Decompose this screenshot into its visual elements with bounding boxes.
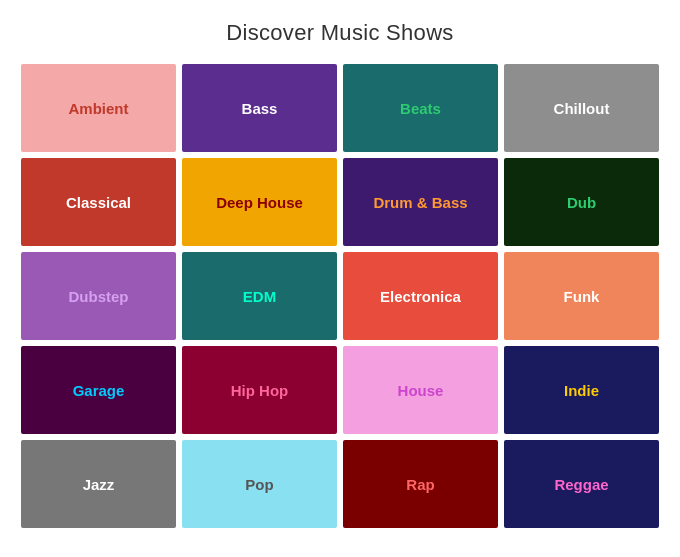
genre-label-pop: Pop bbox=[241, 472, 277, 497]
genre-tile-chillout[interactable]: Chillout bbox=[504, 64, 659, 152]
genre-tile-reggae[interactable]: Reggae bbox=[504, 440, 659, 528]
genre-label-classical: Classical bbox=[62, 190, 135, 215]
genre-label-electronica: Electronica bbox=[376, 284, 465, 309]
genre-tile-dubstep[interactable]: Dubstep bbox=[21, 252, 176, 340]
genre-tile-dub[interactable]: Dub bbox=[504, 158, 659, 246]
genre-label-beats: Beats bbox=[396, 96, 445, 121]
genre-tile-beats[interactable]: Beats bbox=[343, 64, 498, 152]
genre-tile-rap[interactable]: Rap bbox=[343, 440, 498, 528]
genre-tile-ambient[interactable]: Ambient bbox=[21, 64, 176, 152]
page-title: Discover Music Shows bbox=[226, 20, 453, 46]
genre-grid: AmbientBassBeatsChilloutClassicalDeep Ho… bbox=[21, 64, 659, 528]
genre-tile-jazz[interactable]: Jazz bbox=[21, 440, 176, 528]
genre-tile-funk[interactable]: Funk bbox=[504, 252, 659, 340]
genre-label-drum-bass: Drum & Bass bbox=[369, 190, 471, 215]
genre-label-deep-house: Deep House bbox=[212, 190, 307, 215]
genre-label-edm: EDM bbox=[239, 284, 280, 309]
genre-tile-electronica[interactable]: Electronica bbox=[343, 252, 498, 340]
genre-label-reggae: Reggae bbox=[550, 472, 612, 497]
genre-label-indie: Indie bbox=[560, 378, 603, 403]
genre-tile-edm[interactable]: EDM bbox=[182, 252, 337, 340]
genre-label-chillout: Chillout bbox=[550, 96, 614, 121]
genre-tile-deep-house[interactable]: Deep House bbox=[182, 158, 337, 246]
genre-label-funk: Funk bbox=[560, 284, 604, 309]
genre-tile-house[interactable]: House bbox=[343, 346, 498, 434]
genre-tile-drum-bass[interactable]: Drum & Bass bbox=[343, 158, 498, 246]
genre-label-bass: Bass bbox=[238, 96, 282, 121]
genre-label-rap: Rap bbox=[402, 472, 438, 497]
genre-tile-pop[interactable]: Pop bbox=[182, 440, 337, 528]
genre-label-hip-hop: Hip Hop bbox=[227, 378, 293, 403]
genre-label-ambient: Ambient bbox=[65, 96, 133, 121]
genre-label-dub: Dub bbox=[563, 190, 600, 215]
genre-tile-classical[interactable]: Classical bbox=[21, 158, 176, 246]
genre-label-dubstep: Dubstep bbox=[65, 284, 133, 309]
genre-label-house: House bbox=[394, 378, 448, 403]
genre-tile-indie[interactable]: Indie bbox=[504, 346, 659, 434]
genre-tile-hip-hop[interactable]: Hip Hop bbox=[182, 346, 337, 434]
genre-label-garage: Garage bbox=[69, 378, 129, 403]
genre-tile-garage[interactable]: Garage bbox=[21, 346, 176, 434]
genre-label-jazz: Jazz bbox=[79, 472, 119, 497]
genre-tile-bass[interactable]: Bass bbox=[182, 64, 337, 152]
